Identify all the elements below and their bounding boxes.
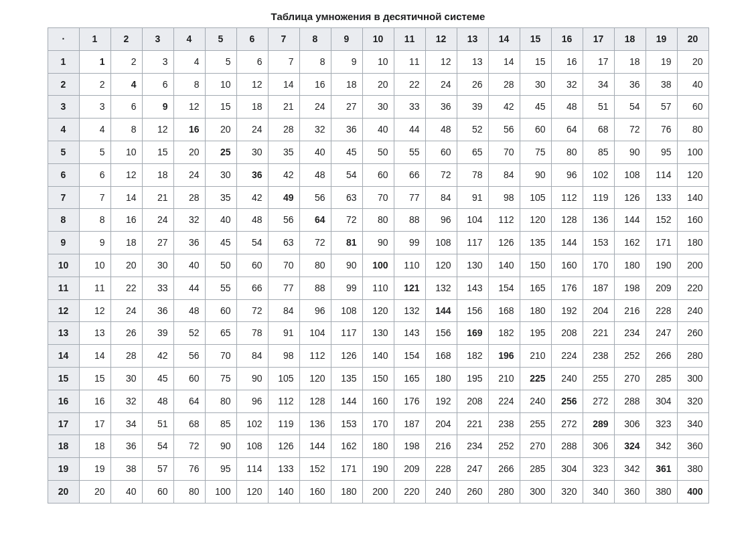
cell: 16 (79, 390, 110, 412)
cell: 5 (205, 50, 236, 73)
cell: 28 (110, 345, 142, 368)
cell: 91 (457, 186, 488, 209)
cell: 48 (299, 163, 331, 186)
cell: 84 (488, 163, 520, 186)
cell: 120 (425, 254, 457, 277)
row-header: 11 (48, 277, 79, 299)
col-header: 13 (457, 28, 488, 51)
col-header: 14 (488, 28, 520, 51)
cell: 112 (551, 186, 583, 209)
cell: 72 (236, 299, 268, 322)
cell: 72 (425, 163, 457, 186)
col-header: 16 (551, 28, 583, 51)
cell: 24 (142, 209, 173, 232)
cell: 252 (614, 345, 646, 368)
cell: 190 (362, 458, 394, 481)
cell: 48 (425, 119, 457, 141)
cell: 136 (299, 412, 331, 435)
col-header: 6 (236, 28, 268, 51)
cell: 180 (331, 480, 362, 503)
cell: 14 (110, 186, 142, 209)
cell: 11 (79, 277, 110, 299)
cell: 15 (520, 50, 551, 73)
table-row: 7714212835424956637077849198105112119126… (48, 186, 708, 209)
cell: 54 (331, 163, 362, 186)
cell: 36 (236, 163, 268, 186)
cell: 204 (425, 412, 457, 435)
cell: 247 (457, 458, 488, 481)
cell: 96 (236, 390, 268, 412)
cell: 9 (331, 50, 362, 73)
cell: 26 (110, 322, 142, 345)
cell: 33 (394, 96, 425, 119)
cell: 38 (646, 73, 677, 96)
table-row: 1414284256708498112126140154168182196210… (48, 345, 708, 368)
col-header: 10 (362, 28, 394, 51)
cell: 54 (614, 96, 646, 119)
cell: 6 (142, 73, 173, 96)
cell: 39 (457, 96, 488, 119)
cell: 40 (677, 73, 708, 96)
cell: 90 (520, 163, 551, 186)
cell: 270 (614, 367, 646, 390)
cell: 140 (677, 186, 708, 209)
row-header: 17 (48, 412, 79, 435)
cell: 105 (268, 367, 299, 390)
cell: 42 (236, 186, 268, 209)
row-header: 8 (48, 209, 79, 232)
cell: 65 (457, 141, 488, 163)
cell: 180 (425, 367, 457, 390)
cell: 10 (362, 50, 394, 73)
row-header: 14 (48, 345, 79, 368)
cell: 360 (614, 480, 646, 503)
col-header: 3 (142, 28, 173, 51)
col-header: 19 (646, 28, 677, 51)
cell: 18 (79, 435, 110, 458)
cell: 100 (362, 254, 394, 277)
cell: 195 (520, 322, 551, 345)
row-header: 2 (48, 73, 79, 96)
cell: 32 (173, 209, 205, 232)
cell: 60 (677, 96, 708, 119)
cell: 90 (614, 141, 646, 163)
cell: 99 (331, 277, 362, 299)
cell: 80 (205, 390, 236, 412)
cell: 40 (205, 209, 236, 232)
cell: 36 (173, 232, 205, 254)
cell: 51 (142, 412, 173, 435)
cell: 150 (362, 367, 394, 390)
cell: 54 (236, 232, 268, 254)
cell: 221 (583, 322, 614, 345)
cell: 80 (299, 254, 331, 277)
cell: 42 (268, 163, 299, 186)
cell: 34 (110, 412, 142, 435)
cell: 2 (79, 73, 110, 96)
cell: 114 (646, 163, 677, 186)
cell: 48 (236, 209, 268, 232)
cell: 288 (614, 390, 646, 412)
col-header: 5 (205, 28, 236, 51)
cell: 95 (205, 458, 236, 481)
cell: 220 (677, 277, 708, 299)
cell: 64 (299, 209, 331, 232)
cell: 143 (457, 277, 488, 299)
cell: 16 (173, 119, 205, 141)
cell: 256 (551, 390, 583, 412)
page-title: Таблица умножения в десятичной системе (0, 11, 756, 22)
cell: 85 (205, 412, 236, 435)
cell: 12 (110, 163, 142, 186)
col-header: 4 (173, 28, 205, 51)
cell: 64 (551, 119, 583, 141)
cell: 98 (488, 186, 520, 209)
cell: 8 (110, 119, 142, 141)
cell: 36 (331, 119, 362, 141)
cell: 28 (268, 119, 299, 141)
cell: 24 (173, 163, 205, 186)
cell: 42 (488, 96, 520, 119)
cell: 2 (110, 50, 142, 73)
cell: 342 (614, 458, 646, 481)
cell: 162 (614, 232, 646, 254)
row-header: 9 (48, 232, 79, 254)
cell: 16 (551, 50, 583, 73)
cell: 126 (331, 345, 362, 368)
